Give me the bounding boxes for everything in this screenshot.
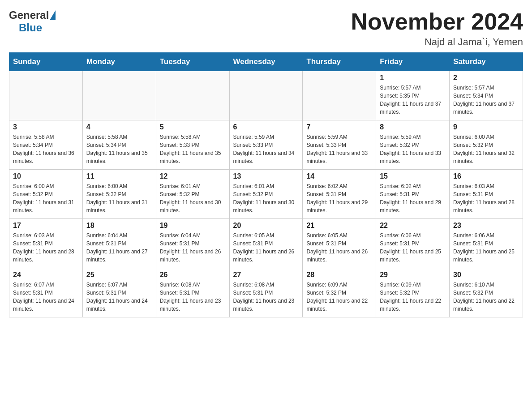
table-row: 18Sunrise: 6:04 AM Sunset: 5:31 PM Dayli… — [82, 219, 156, 268]
table-row: 24Sunrise: 6:07 AM Sunset: 5:31 PM Dayli… — [9, 268, 83, 317]
logo: General Blue — [9, 9, 56, 34]
table-row: 14Sunrise: 6:02 AM Sunset: 5:31 PM Dayli… — [303, 170, 376, 219]
calendar-row-4: 24Sunrise: 6:07 AM Sunset: 5:31 PM Dayli… — [9, 268, 523, 317]
day-info: Sunrise: 6:00 AM Sunset: 5:32 PM Dayligh… — [13, 182, 79, 214]
day-number: 16 — [453, 172, 519, 180]
table-row: 17Sunrise: 6:03 AM Sunset: 5:31 PM Dayli… — [9, 219, 83, 268]
day-number: 15 — [380, 172, 446, 180]
title-block: November 2024 Najd al Jama`i, Yemen — [351, 9, 523, 48]
table-row: 25Sunrise: 6:07 AM Sunset: 5:31 PM Dayli… — [82, 268, 156, 317]
day-info: Sunrise: 6:05 AM Sunset: 5:31 PM Dayligh… — [306, 231, 372, 264]
day-number: 3 — [13, 123, 79, 131]
day-number: 12 — [160, 172, 226, 180]
calendar-row-1: 3Sunrise: 5:58 AM Sunset: 5:34 PM Daylig… — [9, 120, 523, 170]
day-info: Sunrise: 6:01 AM Sunset: 5:32 PM Dayligh… — [160, 182, 226, 214]
day-info: Sunrise: 6:08 AM Sunset: 5:31 PM Dayligh… — [160, 281, 226, 313]
day-number: 21 — [306, 222, 372, 230]
calendar-row-3: 17Sunrise: 6:03 AM Sunset: 5:31 PM Dayli… — [9, 219, 523, 268]
day-info: Sunrise: 5:59 AM Sunset: 5:33 PM Dayligh… — [233, 133, 299, 165]
calendar-row-2: 10Sunrise: 6:00 AM Sunset: 5:32 PM Dayli… — [9, 170, 523, 219]
table-row: 7Sunrise: 5:59 AM Sunset: 5:33 PM Daylig… — [303, 120, 376, 170]
location-subtitle: Najd al Jama`i, Yemen — [351, 36, 523, 48]
table-row: 8Sunrise: 5:59 AM Sunset: 5:32 PM Daylig… — [376, 120, 450, 170]
table-row: 27Sunrise: 6:08 AM Sunset: 5:31 PM Dayli… — [229, 268, 303, 317]
table-row: 22Sunrise: 6:06 AM Sunset: 5:31 PM Dayli… — [376, 219, 450, 268]
weekday-header-row: Sunday Monday Tuesday Wednesday Thursday… — [9, 53, 523, 71]
table-row: 6Sunrise: 5:59 AM Sunset: 5:33 PM Daylig… — [229, 120, 303, 170]
day-info: Sunrise: 6:09 AM Sunset: 5:32 PM Dayligh… — [306, 281, 372, 313]
day-info: Sunrise: 6:00 AM Sunset: 5:32 PM Dayligh… — [453, 133, 519, 165]
day-info: Sunrise: 5:57 AM Sunset: 5:35 PM Dayligh… — [380, 84, 446, 116]
day-info: Sunrise: 5:58 AM Sunset: 5:33 PM Dayligh… — [160, 133, 226, 165]
table-row: 13Sunrise: 6:01 AM Sunset: 5:32 PM Dayli… — [229, 170, 303, 219]
day-number: 14 — [306, 172, 372, 180]
header-sunday: Sunday — [9, 53, 83, 71]
day-number: 7 — [306, 123, 372, 131]
day-info: Sunrise: 6:04 AM Sunset: 5:31 PM Dayligh… — [160, 231, 226, 264]
logo-blue-text: Blue — [19, 21, 42, 34]
day-info: Sunrise: 6:06 AM Sunset: 5:31 PM Dayligh… — [453, 231, 519, 264]
day-number: 13 — [233, 172, 299, 180]
day-number: 30 — [453, 271, 519, 279]
day-number: 27 — [233, 271, 299, 279]
table-row: 4Sunrise: 5:58 AM Sunset: 5:34 PM Daylig… — [82, 120, 156, 170]
day-number: 6 — [233, 123, 299, 131]
day-number: 23 — [453, 222, 519, 230]
day-info: Sunrise: 6:03 AM Sunset: 5:31 PM Dayligh… — [13, 231, 79, 264]
table-row: 12Sunrise: 6:01 AM Sunset: 5:32 PM Dayli… — [156, 170, 229, 219]
day-number: 25 — [86, 271, 152, 279]
day-number: 19 — [160, 222, 226, 230]
day-number: 2 — [453, 74, 519, 82]
day-number: 24 — [13, 271, 79, 279]
day-info: Sunrise: 5:58 AM Sunset: 5:34 PM Dayligh… — [86, 133, 152, 165]
header-thursday: Thursday — [303, 53, 376, 71]
day-info: Sunrise: 6:00 AM Sunset: 5:32 PM Dayligh… — [86, 182, 152, 214]
calendar-row-0: 1Sunrise: 5:57 AM Sunset: 5:35 PM Daylig… — [9, 71, 523, 120]
table-row: 28Sunrise: 6:09 AM Sunset: 5:32 PM Dayli… — [303, 268, 376, 317]
day-info: Sunrise: 6:01 AM Sunset: 5:32 PM Dayligh… — [233, 182, 299, 214]
day-info: Sunrise: 6:08 AM Sunset: 5:31 PM Dayligh… — [233, 281, 299, 313]
day-number: 5 — [160, 123, 226, 131]
day-info: Sunrise: 6:10 AM Sunset: 5:32 PM Dayligh… — [453, 281, 519, 313]
calendar-title: November 2024 — [351, 9, 523, 34]
table-row: 23Sunrise: 6:06 AM Sunset: 5:31 PM Dayli… — [450, 219, 523, 268]
table-row: 1Sunrise: 5:57 AM Sunset: 5:35 PM Daylig… — [376, 71, 450, 120]
day-number: 22 — [380, 222, 446, 230]
day-info: Sunrise: 6:04 AM Sunset: 5:31 PM Dayligh… — [86, 231, 152, 264]
page-header: General Blue November 2024 Najd al Jama`… — [9, 9, 523, 48]
table-row: 30Sunrise: 6:10 AM Sunset: 5:32 PM Dayli… — [450, 268, 523, 317]
header-tuesday: Tuesday — [156, 53, 229, 71]
header-monday: Monday — [82, 53, 156, 71]
table-row: 26Sunrise: 6:08 AM Sunset: 5:31 PM Dayli… — [156, 268, 229, 317]
header-wednesday: Wednesday — [229, 53, 303, 71]
day-number: 8 — [380, 123, 446, 131]
day-info: Sunrise: 6:07 AM Sunset: 5:31 PM Dayligh… — [86, 281, 152, 313]
table-row: 15Sunrise: 6:02 AM Sunset: 5:31 PM Dayli… — [376, 170, 450, 219]
day-number: 9 — [453, 123, 519, 131]
header-friday: Friday — [376, 53, 450, 71]
day-info: Sunrise: 6:03 AM Sunset: 5:31 PM Dayligh… — [453, 182, 519, 214]
day-info: Sunrise: 6:06 AM Sunset: 5:31 PM Dayligh… — [380, 231, 446, 264]
logo-triangle-icon — [50, 10, 56, 20]
day-info: Sunrise: 6:02 AM Sunset: 5:31 PM Dayligh… — [380, 182, 446, 214]
table-row: 3Sunrise: 5:58 AM Sunset: 5:34 PM Daylig… — [9, 120, 83, 170]
table-row — [303, 71, 376, 120]
day-info: Sunrise: 6:02 AM Sunset: 5:31 PM Dayligh… — [306, 182, 372, 214]
table-row: 29Sunrise: 6:09 AM Sunset: 5:32 PM Dayli… — [376, 268, 450, 317]
day-info: Sunrise: 5:58 AM Sunset: 5:34 PM Dayligh… — [13, 133, 79, 165]
day-info: Sunrise: 6:09 AM Sunset: 5:32 PM Dayligh… — [380, 281, 446, 313]
table-row: 5Sunrise: 5:58 AM Sunset: 5:33 PM Daylig… — [156, 120, 229, 170]
table-row — [82, 71, 156, 120]
table-row: 10Sunrise: 6:00 AM Sunset: 5:32 PM Dayli… — [9, 170, 83, 219]
logo-general-text: General — [9, 9, 49, 21]
day-number: 10 — [13, 172, 79, 180]
table-row — [229, 71, 303, 120]
table-row: 9Sunrise: 6:00 AM Sunset: 5:32 PM Daylig… — [450, 120, 523, 170]
day-number: 4 — [86, 123, 152, 131]
day-info: Sunrise: 5:57 AM Sunset: 5:34 PM Dayligh… — [453, 84, 519, 116]
table-row — [156, 71, 229, 120]
day-info: Sunrise: 6:07 AM Sunset: 5:31 PM Dayligh… — [13, 281, 79, 313]
day-info: Sunrise: 5:59 AM Sunset: 5:33 PM Dayligh… — [306, 133, 372, 165]
day-number: 28 — [306, 271, 372, 279]
day-number: 17 — [13, 222, 79, 230]
